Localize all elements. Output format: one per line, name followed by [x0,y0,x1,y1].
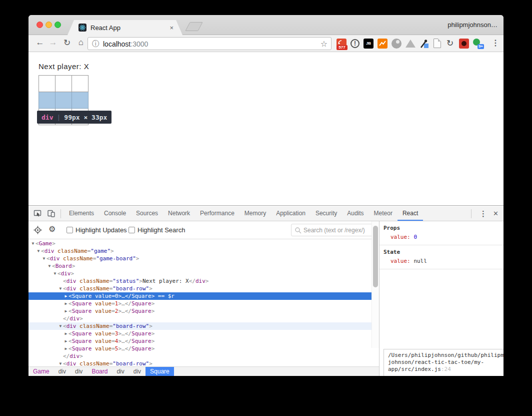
scrollbar-thumb[interactable] [373,226,378,287]
devtools-close-icon[interactable]: ✕ [491,210,504,217]
tree-node[interactable]: ▶<Square value=2>…</Square> [28,307,379,315]
tree-node[interactable]: </div> [28,315,379,322]
tree-node[interactable]: ▶<Square value=4>…</Square> [28,337,379,345]
rss-icon[interactable]: 577 [336,39,346,49]
board-square[interactable] [56,92,72,109]
tab-sources[interactable]: Sources [131,206,163,221]
disclosure-down-icon[interactable]: ▼ [58,360,63,366]
checkbox-icon[interactable] [128,227,135,233]
tree-node[interactable]: ▼<div className="board-row"> [28,322,379,330]
url-text[interactable]: localhost:3000 [103,40,148,48]
disclosure-down-icon[interactable]: ▼ [30,240,36,247]
property-row[interactable]: value: 0 [384,233,500,241]
page-info-icon[interactable]: ⓘ [92,40,99,49]
tab-meteor[interactable]: Meteor [369,206,398,221]
fireball-icon[interactable] [392,39,402,49]
scrollbar[interactable] [372,221,379,348]
disclosure-down-icon[interactable]: ▼ [58,285,63,292]
disclosure-down-icon[interactable]: ▼ [42,255,46,262]
disclosure-right-icon[interactable]: ▶ [64,337,68,345]
tree-node[interactable]: ▼<Game> [28,240,379,247]
breadcrumb-item-div[interactable]: div [54,367,70,376]
document-icon[interactable] [434,39,441,48]
disclosure-right-icon[interactable]: ▶ [64,292,68,300]
tree-node[interactable]: ▼<div className="board-row"> [28,360,379,366]
tree-node[interactable]: <div className="status">Next player: X</… [28,277,379,285]
disclosure-down-icon[interactable]: ▼ [58,322,63,330]
forward-button[interactable]: → [48,38,58,48]
tree-node[interactable]: ▼<div className="board-row"> [28,285,379,292]
breadcrumb-item-game[interactable]: Game [28,367,54,376]
gear-icon[interactable]: ⚙ [48,224,56,234]
tree-node[interactable]: ▶<Square value=3>…</Square> [28,330,379,337]
tree-node[interactable]: ▶<Square value=5>…</Square> [28,345,379,352]
new-tab-button[interactable] [185,22,203,31]
notifier-icon[interactable]: 9+ [473,39,483,49]
bookmark-star-icon[interactable]: ☆ [320,39,328,49]
tab-network[interactable]: Network [163,206,195,221]
breadcrumb-item-div[interactable]: div [70,367,87,376]
board-square[interactable] [72,92,88,109]
tab-performance[interactable]: Performance [195,206,240,221]
select-element-icon[interactable] [34,226,42,234]
arrow-spacer [58,352,63,360]
browser-tab[interactable]: React App × [68,20,182,35]
device-toolbar-icon[interactable] [47,209,56,218]
tree-node[interactable]: ▼<div className="game"> [28,247,379,255]
tab-application[interactable]: Application [271,206,310,221]
disclosure-down-icon[interactable]: ▼ [52,270,58,277]
browser-menu-icon[interactable]: ⋮ [492,38,500,48]
tab-audits[interactable]: Audits [342,206,368,221]
analytics-icon[interactable] [378,39,388,49]
address-bar[interactable]: ⓘ localhost:3000 ☆ [88,37,332,50]
drive-icon[interactable] [406,40,416,48]
history-icon[interactable]: ↻ [445,39,455,49]
profile-name[interactable]: philipmjohnson… [448,21,498,29]
disclosure-down-icon[interactable]: ▼ [47,262,52,270]
property-row[interactable]: value: null [384,257,500,265]
tab-close-icon[interactable]: × [170,24,174,32]
tree-node[interactable]: ▶<Square value=1>…</Square> [28,300,379,307]
tree-node[interactable]: ▶<Square value=0>…</Square> == $r [28,292,379,300]
tree-node[interactable]: </div> [28,352,379,360]
home-button[interactable]: ⌂ [76,38,86,48]
tab-elements[interactable]: Elements [64,206,99,221]
bug-icon[interactable] [459,39,469,49]
back-button[interactable]: ← [34,38,46,48]
source-file-path[interactable]: /Users/philipjohnson/github/philipmjohns… [384,349,504,376]
highlight-updates-checkbox[interactable]: Highlight Updates [66,226,127,234]
devtools-more-icon[interactable]: ⋮ [476,209,491,218]
breadcrumb-item-square[interactable]: Square [146,367,174,376]
search-input[interactable] [304,224,376,236]
minimize-window-button[interactable] [46,22,52,28]
board-square[interactable] [39,92,56,109]
highlight-search-checkbox[interactable]: Highlight Search [128,226,185,234]
disclosure-right-icon[interactable]: ▶ [64,345,68,352]
zoom-window-button[interactable] [54,22,61,28]
tab-react[interactable]: React [398,206,423,221]
board-square[interactable] [72,76,88,92]
search-box[interactable] [291,224,377,236]
colorpicker-icon[interactable] [420,39,430,49]
tree-node[interactable]: ▼<div> [28,270,379,277]
tab-security[interactable]: Security [310,206,342,221]
board-square[interactable] [56,76,72,92]
tab-memory[interactable]: Memory [240,206,271,221]
reload-button[interactable]: ↻ [62,38,72,48]
jetbrains-icon[interactable]: JB [364,39,374,49]
disclosure-right-icon[interactable]: ▶ [64,330,68,337]
breadcrumb-item-div[interactable]: div [112,367,128,376]
tree-node[interactable]: ▼<Board> [28,262,379,270]
breadcrumb-item-div[interactable]: div [129,367,146,376]
checkbox-icon[interactable] [66,227,73,233]
board-square[interactable] [39,76,56,92]
breadcrumb-item-board[interactable]: Board [87,367,112,376]
disclosure-right-icon[interactable]: ▶ [64,307,68,315]
tab-console[interactable]: Console [99,206,131,221]
disclosure-right-icon[interactable]: ▶ [64,300,68,307]
close-window-button[interactable] [36,22,43,28]
inspect-element-icon[interactable] [34,209,42,218]
tree-node[interactable]: ▼<div className="game-board"> [28,255,379,262]
disclosure-down-icon[interactable]: ▼ [36,247,41,255]
alert-icon[interactable]: ! [350,39,360,48]
